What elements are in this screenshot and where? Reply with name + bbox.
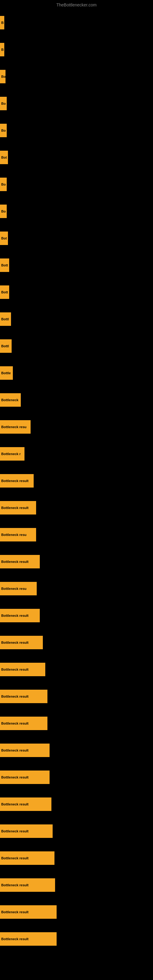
bar-label: Bottleneck r bbox=[1, 452, 21, 456]
bar-row: Bottleneck result bbox=[0, 818, 153, 845]
bar-item-4: Bo bbox=[0, 97, 7, 110]
bar-row: Bott bbox=[0, 279, 153, 305]
bar-label: Bot bbox=[1, 236, 7, 240]
bar-row: Bottleneck resu bbox=[0, 414, 153, 441]
bar-label: Bottleneck result bbox=[1, 910, 29, 914]
bar-item-23: Bottleneck result bbox=[0, 609, 40, 622]
bar-label: Bottleneck resu bbox=[1, 533, 27, 536]
bar-row: Bottleneck result bbox=[0, 899, 153, 926]
bar-row: Bo bbox=[0, 90, 153, 117]
bar-item-1: B bbox=[0, 16, 4, 29]
bar-item-24: Bottleneck result bbox=[0, 636, 43, 649]
bars-container: BBBoBoBoBotBoBoBotBottBottBottlBottlBott… bbox=[0, 9, 153, 953]
bar-item-12: Bottl bbox=[0, 312, 11, 326]
bar-item-28: Bottleneck result bbox=[0, 744, 49, 757]
bar-row: Bottleneck r bbox=[0, 441, 153, 467]
bar-item-18: Bottleneck result bbox=[0, 474, 33, 488]
bar-item-10: Bott bbox=[0, 258, 9, 272]
bar-label: Bottleneck resu bbox=[1, 425, 27, 429]
bar-item-9: Bot bbox=[0, 232, 8, 245]
bar-item-26: Bottleneck result bbox=[0, 690, 48, 703]
bar-label: B bbox=[1, 48, 4, 51]
bar-item-13: Bottl bbox=[0, 339, 12, 353]
bar-row: Bottl bbox=[0, 305, 153, 332]
bar-row: Bottleneck result bbox=[0, 926, 153, 953]
bar-item-15: Bottleneck bbox=[0, 393, 21, 407]
bar-item-31: Bottleneck result bbox=[0, 824, 53, 838]
bar-row: Bottleneck result bbox=[0, 602, 153, 629]
bar-row: Bo bbox=[0, 171, 153, 198]
bar-row: Bot bbox=[0, 144, 153, 171]
bar-row: Bottleneck resu bbox=[0, 575, 153, 602]
bar-label: Bott bbox=[1, 263, 8, 267]
bar-row: Bottleneck result bbox=[0, 872, 153, 899]
bar-item-11: Bott bbox=[0, 285, 9, 299]
bar-label: Bottleneck result bbox=[1, 883, 29, 887]
bar-label: Bottleneck result bbox=[1, 937, 29, 941]
bar-label: Bo bbox=[1, 210, 6, 213]
bar-label: Bottleneck resu bbox=[1, 587, 27, 590]
bar-label: Bottleneck result bbox=[1, 668, 29, 671]
bar-label: Bo bbox=[1, 75, 5, 78]
bar-item-34: Bottleneck result bbox=[0, 905, 57, 919]
bar-item-30: Bottleneck result bbox=[0, 797, 51, 811]
bar-row: B bbox=[0, 9, 153, 36]
bar-row: Bottleneck result bbox=[0, 791, 153, 818]
bar-row: Bottleneck result bbox=[0, 656, 153, 683]
bar-item-21: Bottleneck result bbox=[0, 555, 40, 568]
bar-row: Bottleneck result bbox=[0, 845, 153, 872]
bar-row: Bottleneck result bbox=[0, 467, 153, 494]
bar-row: Bott bbox=[0, 252, 153, 279]
bar-label: Bottleneck result bbox=[1, 560, 29, 563]
bar-row: Bo bbox=[0, 117, 153, 144]
bar-row: Bottleneck bbox=[0, 387, 153, 414]
bar-label: Bottleneck result bbox=[1, 748, 29, 752]
bar-item-27: Bottleneck result bbox=[0, 717, 48, 730]
bar-label: Bottl bbox=[1, 317, 9, 321]
bar-label: Bottleneck result bbox=[1, 506, 29, 510]
bar-label: Bottleneck result bbox=[1, 775, 29, 779]
bar-row: Bottleneck result bbox=[0, 494, 153, 521]
bar-label: Bottleneck result bbox=[1, 695, 29, 698]
bar-row: Bottleneck result bbox=[0, 683, 153, 710]
bar-row: Bottleneck result bbox=[0, 548, 153, 575]
bar-label: Bottleneck result bbox=[1, 856, 29, 860]
bar-item-14: Bottle bbox=[0, 366, 13, 380]
bar-label: Bo bbox=[1, 102, 6, 105]
bar-row: Bo bbox=[0, 63, 153, 90]
bar-label: Bottleneck result bbox=[1, 479, 29, 483]
bar-label: Bot bbox=[1, 156, 7, 159]
bar-row: Bo bbox=[0, 198, 153, 225]
bar-item-33: Bottleneck result bbox=[0, 878, 55, 892]
bar-item-17: Bottleneck r bbox=[0, 447, 24, 461]
bar-label: Bottleneck result bbox=[1, 802, 29, 806]
site-title: TheBottlenecker.com bbox=[56, 2, 97, 7]
bar-item-6: Bot bbox=[0, 151, 8, 164]
bar-row: Bottleneck result bbox=[0, 737, 153, 764]
bar-item-29: Bottleneck result bbox=[0, 770, 49, 784]
bar-label: Bottleneck result bbox=[1, 641, 29, 644]
bar-item-35: Bottleneck result bbox=[0, 932, 57, 946]
bar-row: B bbox=[0, 36, 153, 63]
bar-item-3: Bo bbox=[0, 70, 5, 83]
bar-item-2: B bbox=[0, 43, 4, 56]
bar-row: Bottle bbox=[0, 360, 153, 387]
bar-row: Bot bbox=[0, 225, 153, 252]
bar-item-22: Bottleneck resu bbox=[0, 582, 37, 595]
bar-label: Bottle bbox=[1, 371, 11, 375]
bar-row: Bottleneck resu bbox=[0, 521, 153, 548]
bar-label: Bo bbox=[1, 183, 6, 186]
bar-row: Bottleneck result bbox=[0, 764, 153, 791]
bar-item-16: Bottleneck resu bbox=[0, 420, 30, 434]
bar-label: Bott bbox=[1, 290, 8, 294]
bar-label: Bottleneck result bbox=[1, 829, 29, 833]
bar-row: Bottl bbox=[0, 332, 153, 360]
bar-label: Bo bbox=[1, 129, 6, 132]
bar-row: Bottleneck result bbox=[0, 629, 153, 656]
bar-label: Bottl bbox=[1, 344, 9, 348]
bar-label: Bottleneck result bbox=[1, 722, 29, 725]
bar-item-20: Bottleneck resu bbox=[0, 528, 36, 541]
bar-item-25: Bottleneck result bbox=[0, 663, 45, 676]
bar-item-8: Bo bbox=[0, 205, 7, 218]
bar-label: Bottleneck bbox=[1, 398, 18, 402]
